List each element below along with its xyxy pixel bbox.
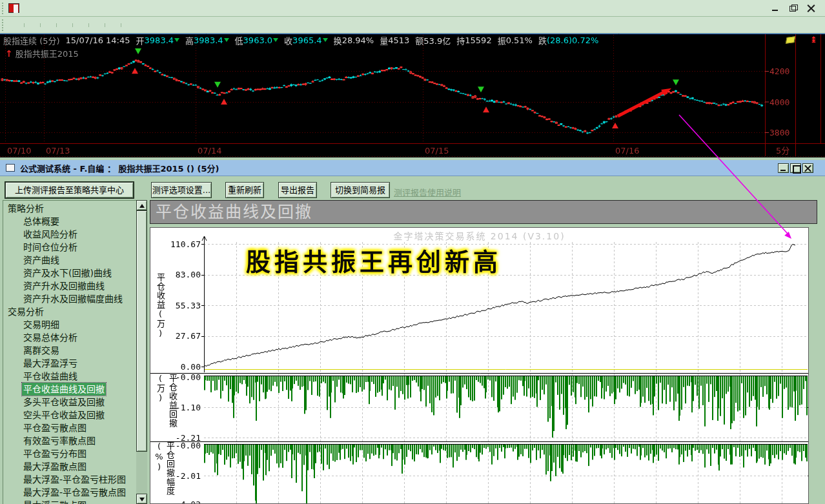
down-arrow-icon bbox=[174, 38, 179, 42]
toolbar-item[interactable] bbox=[8, 23, 25, 27]
formula-test-window: 公式测试系统 - F.自编 ： 股指共振王2015 () (5分) 上传测评报告… bbox=[0, 160, 825, 504]
tree-item[interactable]: 资产升水及回撤曲线 bbox=[3, 279, 136, 292]
kline-header-segment: 收3965.4 bbox=[284, 35, 328, 45]
tree-item[interactable]: 最大浮盈-平仓盈亏散点图 bbox=[3, 486, 136, 499]
kline-info-bar: 股指连续 (5分)15/07/16 14:45开3983.4高3983.4低39… bbox=[3, 35, 598, 45]
kline-header-segment: 跌(28.6)0.72% bbox=[538, 35, 598, 45]
toolbar-items bbox=[8, 23, 121, 27]
toolbar-item[interactable] bbox=[73, 23, 89, 27]
menu-item[interactable] bbox=[26, 1, 39, 15]
indicator-label: ↑ 股指共振王2015 bbox=[5, 47, 79, 59]
tree-item[interactable]: 空头平仓收益及回撤 bbox=[3, 408, 136, 421]
tree-item[interactable]: 交易总体分析 bbox=[3, 331, 136, 344]
tree-item[interactable]: 平仓收益曲线及回撤 bbox=[3, 383, 136, 396]
tree-item[interactable]: 平仓盈亏散点图 bbox=[3, 421, 136, 434]
window-minimize-icon[interactable] bbox=[771, 5, 780, 12]
window-close-icon[interactable] bbox=[807, 5, 816, 12]
toolbar-item[interactable] bbox=[41, 23, 57, 27]
menu-item[interactable] bbox=[65, 1, 77, 15]
indicator-name: 股指共振王2015 bbox=[15, 47, 79, 59]
kline-canvas[interactable] bbox=[0, 34, 825, 157]
close-button[interactable] bbox=[802, 163, 813, 173]
menu-item[interactable] bbox=[103, 1, 116, 15]
y-label: 27.67 bbox=[161, 331, 201, 341]
toolbar-grip bbox=[2, 3, 5, 14]
tree-item[interactable]: 最大浮盈浮亏 bbox=[3, 357, 136, 370]
tree-item[interactable]: 多头平仓收益及回撤 bbox=[3, 396, 136, 408]
down-arrow-icon bbox=[323, 38, 328, 42]
scrollbar-thumb[interactable] bbox=[136, 210, 147, 452]
watermark: 金字塔决策交易系统 2014 (V3.10) bbox=[150, 229, 808, 242]
window-restore-icon[interactable] bbox=[789, 5, 798, 12]
chart-annotation: 股指共振王再创新高 bbox=[246, 242, 502, 277]
y-label: 55.33 bbox=[161, 301, 201, 310]
kline-header-segment: 高3983.4 bbox=[185, 35, 229, 45]
app-icon bbox=[8, 3, 19, 13]
toolbar-item[interactable] bbox=[57, 23, 73, 27]
up-arrow-icon: ↑ bbox=[5, 48, 13, 59]
tree-item[interactable]: 策略分析 bbox=[3, 202, 136, 215]
tree-item[interactable]: 收益风险分析 bbox=[3, 228, 136, 241]
kline-chart-window: 股指连续 (5分)15/07/16 14:45开3983.4高3983.4低39… bbox=[0, 34, 825, 157]
toolbar-item[interactable] bbox=[105, 23, 121, 27]
tree-item[interactable]: 最大浮盈-平仓盈亏柱形图 bbox=[3, 473, 136, 486]
menu-item[interactable] bbox=[129, 1, 142, 15]
kline-header-segment: 振0.51% bbox=[498, 35, 533, 45]
tree-item[interactable]: 离群交易 bbox=[3, 344, 136, 357]
kline-header-segment: 量4513 bbox=[380, 35, 409, 45]
eval-options-button[interactable]: 测评选项设置... bbox=[151, 182, 212, 198]
tree-item[interactable]: 资产及水下(回撤)曲线 bbox=[3, 267, 136, 279]
kline-header-segment: 15/07/16 14:45 bbox=[66, 35, 130, 45]
report-toolbar: 上传测评报告至策略共享中心 测评选项设置... 重新刷新 导出报告 切换到简易报… bbox=[0, 176, 825, 200]
test-window-titlebar[interactable]: 公式测试系统 - F.自编 ： 股指共振王2015 () (5分) bbox=[0, 160, 825, 176]
sidebar-scrollbar bbox=[136, 200, 147, 504]
scroll-down-icon[interactable] bbox=[136, 494, 147, 504]
down-arrow-icon bbox=[273, 38, 278, 42]
menu-item[interactable] bbox=[39, 1, 52, 15]
maximize-button[interactable] bbox=[790, 163, 801, 173]
tree-item[interactable]: 最大浮盈散点图 bbox=[3, 460, 136, 473]
simple-report-button[interactable]: 切换到简易报告 bbox=[331, 182, 390, 198]
y-label: 0.00 bbox=[161, 362, 201, 372]
report-help-link[interactable]: 测评报告使用说明 bbox=[394, 186, 461, 198]
equity-chart-area: 金字塔决策交易系统 2014 (V3.10) 股指共振王再创新高 110.67 … bbox=[150, 227, 809, 504]
y-axis-title: 平仓收益回撤(万) bbox=[154, 374, 179, 441]
tree-item[interactable]: 总体概要 bbox=[3, 215, 136, 228]
tree-item[interactable]: 资产升水及回撤幅度曲线 bbox=[3, 292, 136, 305]
menu-item[interactable] bbox=[116, 1, 129, 15]
tree-item[interactable]: 最大浮亏散点图 bbox=[3, 499, 136, 504]
y-label: 110.67 bbox=[161, 239, 201, 249]
tree-item[interactable]: 交易明细 bbox=[3, 318, 136, 331]
menu-item[interactable] bbox=[90, 1, 103, 15]
tree-item[interactable]: 交易分析 bbox=[3, 305, 136, 318]
tree-item[interactable]: 时间仓位分析 bbox=[3, 241, 136, 254]
tree-item[interactable]: 资产曲线 bbox=[3, 254, 136, 267]
shortcut-toolbar bbox=[0, 17, 825, 34]
menu-item[interactable] bbox=[77, 1, 90, 15]
report-tree: 策略分析总体概要收益风险分析时间仓位分析资产曲线资产及水下(回撤)曲线资产升水及… bbox=[3, 200, 136, 504]
kline-header-segment: 持15592 bbox=[456, 35, 491, 45]
refresh-button[interactable]: 重新刷新 bbox=[225, 182, 264, 198]
note-icon[interactable] bbox=[786, 36, 795, 44]
upload-report-button[interactable]: 上传测评报告至策略共享中心 bbox=[5, 182, 134, 198]
report-sidebar: 策略分析总体概要收益风险分析时间仓位分析资产曲线资产及水下(回撤)曲线资产升水及… bbox=[3, 200, 147, 504]
toolbar-item[interactable] bbox=[89, 23, 105, 27]
tree-item[interactable]: 平仓收益曲线 bbox=[3, 370, 136, 383]
y-axis-title: 平仓收益(万) bbox=[154, 273, 167, 370]
menu-items bbox=[26, 3, 142, 13]
tree-item[interactable]: 有效盈亏率散点图 bbox=[3, 434, 136, 447]
tree-item[interactable]: 平仓盈亏分布图 bbox=[3, 447, 136, 460]
toolbar-item[interactable] bbox=[25, 23, 41, 27]
panel-title: 平仓收益曲线及回撤 bbox=[150, 200, 817, 224]
test-window-title: 公式测试系统 - F.自编 ： 股指共振王2015 () (5分) bbox=[20, 162, 219, 174]
y-label: 83.00 bbox=[161, 270, 201, 279]
menu-item[interactable] bbox=[52, 1, 65, 15]
scroll-up-icon[interactable] bbox=[136, 200, 147, 210]
export-report-button[interactable]: 导出报告 bbox=[278, 182, 317, 198]
down-arrow-icon bbox=[224, 38, 229, 42]
kline-header-segment: 开3983.4 bbox=[136, 35, 180, 45]
document-icon bbox=[6, 164, 15, 172]
minimize-button[interactable] bbox=[778, 163, 789, 173]
pin-icon[interactable]: ↨ bbox=[810, 35, 817, 45]
kline-header-segment: 额53.9亿 bbox=[415, 35, 451, 45]
